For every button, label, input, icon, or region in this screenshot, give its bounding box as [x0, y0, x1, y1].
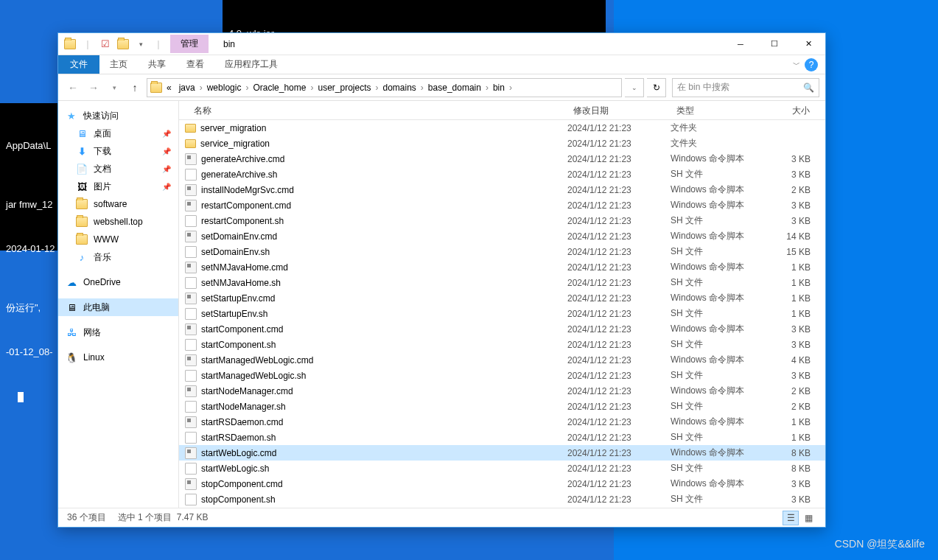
header-size[interactable]: 大小	[766, 101, 825, 119]
breadcrumb-segment[interactable]: user_projects	[315, 83, 374, 93]
folder-icon	[63, 37, 77, 52]
details-view-button[interactable]: ☰	[783, 511, 799, 525]
file-row[interactable]: generateArchive.sh2024/1/12 21:23SH 文件3 …	[179, 167, 825, 182]
file-row[interactable]: stopComponent.cmd2024/1/12 21:23Windows …	[179, 476, 825, 491]
breadcrumb-segment[interactable]: Oracle_home	[250, 83, 309, 93]
file-row[interactable]: startRSDaemon.sh2024/1/12 21:23SH 文件1 KB	[179, 430, 825, 445]
ribbon-expand-icon[interactable]: ﹀	[793, 60, 800, 70]
recent-dropdown-icon[interactable]: ▾	[105, 79, 123, 97]
sidebar-onedrive[interactable]: ☁OneDrive	[58, 273, 178, 291]
file-row[interactable]: startRSDaemon.cmd2024/1/12 21:23Windows …	[179, 414, 825, 430]
sidebar-documents[interactable]: 📄文档📌	[58, 160, 178, 178]
file-row[interactable]: startComponent.sh2024/1/12 21:23SH 文件3 K…	[179, 337, 825, 352]
ribbon-contextual-tab[interactable]: 管理	[170, 35, 209, 53]
file-row[interactable]: generateArchive.cmd2024/1/12 21:23Window…	[179, 151, 825, 167]
file-row[interactable]: restartComponent.sh2024/1/12 21:23SH 文件3…	[179, 213, 825, 228]
file-row[interactable]: setStartupEnv.sh2024/1/12 21:23SH 文件1 KB	[179, 306, 825, 321]
file-row[interactable]: setNMJavaHome.cmd2024/1/12 21:23Windows …	[179, 259, 825, 275]
ribbon-tools-tab[interactable]: 应用程序工具	[214, 55, 288, 74]
chevron-right-icon[interactable]: ›	[198, 83, 204, 93]
file-row[interactable]: server_migration2024/1/12 21:23文件夹	[179, 120, 825, 136]
header-type[interactable]: 类型	[671, 101, 766, 119]
back-button[interactable]: ←	[64, 79, 82, 97]
file-row[interactable]: setDomainEnv.cmd2024/1/12 21:23Windows 命…	[179, 228, 825, 244]
titlebar[interactable]: | ☑ ▾ | 管理 bin ─ ☐ ✕	[58, 33, 825, 55]
ribbon-file-tab[interactable]: 文件	[58, 55, 99, 74]
refresh-button[interactable]: ↻	[647, 78, 666, 97]
sidebar-downloads[interactable]: ⬇下载📌	[58, 142, 178, 160]
sidebar-desktop[interactable]: 🖥桌面📌	[58, 125, 178, 142]
header-date[interactable]: 修改日期	[567, 101, 671, 119]
up-button[interactable]: ↑	[126, 79, 144, 97]
file-name: setStartupEnv.cmd	[201, 293, 276, 304]
qat-separator: |	[151, 37, 166, 52]
file-size: 3 KB	[766, 479, 825, 489]
sidebar-network[interactable]: 🖧网络	[58, 323, 178, 341]
file-row[interactable]: restartComponent.cmd2024/1/12 21:23Windo…	[179, 197, 825, 213]
file-row[interactable]: service_migration2024/1/12 21:23文件夹	[179, 136, 825, 151]
sidebar-www[interactable]: WWW	[58, 231, 178, 248]
ribbon-view-tab[interactable]: 查看	[176, 55, 214, 74]
sidebar-webshell[interactable]: webshell.top	[58, 213, 178, 231]
chevron-right-icon[interactable]: ›	[244, 83, 250, 93]
help-icon[interactable]: ?	[805, 58, 818, 71]
file-row[interactable]: setDomainEnv.sh2024/1/12 21:23SH 文件15 KB	[179, 244, 825, 259]
chevron-right-icon[interactable]: ›	[508, 83, 514, 93]
file-row[interactable]: startWebLogic.cmd2024/1/12 21:23Windows …	[179, 445, 825, 461]
address-dropdown-icon[interactable]: ⌄	[625, 78, 644, 97]
file-row[interactable]: startWebLogic.sh2024/1/12 21:23SH 文件8 KB	[179, 461, 825, 476]
chevron-right-icon[interactable]: ›	[419, 83, 425, 93]
column-headers: 名称 修改日期 类型 大小	[179, 101, 825, 120]
file-row[interactable]: stopComponent.sh2024/1/12 21:23SH 文件3 KB	[179, 491, 825, 507]
breadcrumb-prefix[interactable]: «	[164, 83, 175, 93]
chevron-right-icon[interactable]: ›	[374, 83, 380, 93]
close-button[interactable]: ✕	[791, 33, 825, 55]
file-name: startManagedWebLogic.sh	[201, 371, 307, 381]
sidebar-music[interactable]: ♪音乐	[58, 248, 178, 266]
file-date: 2024/1/12 21:23	[567, 448, 671, 458]
minimize-button[interactable]: ─	[724, 33, 757, 55]
sh-icon	[185, 370, 197, 382]
sidebar-quick-access[interactable]: ★快速访问	[58, 107, 178, 125]
file-row[interactable]: startNodeManager.cmd2024/1/12 21:23Windo…	[179, 383, 825, 399]
file-size: 3 KB	[766, 494, 825, 505]
qat-separator: |	[80, 37, 95, 52]
ribbon-share-tab[interactable]: 共享	[138, 55, 176, 74]
file-row[interactable]: setNMJavaHome.sh2024/1/12 21:23SH 文件1 KB	[179, 275, 825, 290]
chevron-right-icon[interactable]: ›	[309, 83, 315, 93]
forward-button[interactable]: →	[85, 79, 102, 97]
header-name[interactable]: 名称	[179, 101, 567, 119]
chevron-right-icon[interactable]: ›	[484, 83, 490, 93]
breadcrumb[interactable]: « java›weblogic›Oracle_home›user_project…	[147, 78, 622, 97]
sh-icon	[185, 401, 197, 413]
file-row[interactable]: setStartupEnv.cmd2024/1/12 21:23Windows …	[179, 290, 825, 306]
breadcrumb-segment[interactable]: base_domain	[425, 83, 484, 93]
breadcrumb-segment[interactable]: weblogic	[204, 83, 245, 93]
sidebar-pictures[interactable]: 🖼图片📌	[58, 178, 178, 195]
file-row[interactable]: installNodeMgrSvc.cmd2024/1/12 21:23Wind…	[179, 182, 825, 197]
icons-view-button[interactable]: ▦	[800, 511, 816, 525]
breadcrumb-segment[interactable]: domains	[380, 83, 419, 93]
file-list: 名称 修改日期 类型 大小 server_migration2024/1/12 …	[179, 101, 825, 508]
search-input[interactable]: 在 bin 中搜索 🔍	[672, 78, 819, 97]
file-row[interactable]: startManagedWebLogic.cmd2024/1/12 21:23W…	[179, 352, 825, 368]
breadcrumb-segment[interactable]: bin	[490, 83, 508, 93]
sidebar-linux[interactable]: 🐧Linux	[58, 349, 178, 366]
breadcrumb-segment[interactable]: java	[176, 83, 198, 93]
file-row[interactable]: startManagedWebLogic.sh2024/1/12 21:23SH…	[179, 368, 825, 383]
maximize-button[interactable]: ☐	[757, 33, 791, 55]
status-selected: 选中 1 个项目 7.47 KB	[118, 511, 209, 524]
file-size: 4 KB	[766, 355, 825, 365]
qat-folder-icon[interactable]	[116, 37, 130, 52]
sidebar-software[interactable]: software	[58, 195, 178, 213]
file-row[interactable]: startNodeManager.sh2024/1/12 21:23SH 文件2…	[179, 399, 825, 414]
file-size: 2 KB	[766, 402, 825, 412]
file-type: SH 文件	[671, 214, 766, 227]
file-size: 1 KB	[766, 433, 825, 443]
sidebar-thispc[interactable]: 🖥此电脑	[58, 298, 178, 316]
ribbon-home-tab[interactable]: 主页	[99, 55, 138, 74]
file-row[interactable]: startComponent.cmd2024/1/12 21:23Windows…	[179, 321, 825, 337]
qat-dropdown-icon[interactable]: ▾	[133, 37, 148, 52]
sh-icon	[185, 339, 197, 351]
checkbox-icon[interactable]: ☑	[98, 37, 113, 52]
